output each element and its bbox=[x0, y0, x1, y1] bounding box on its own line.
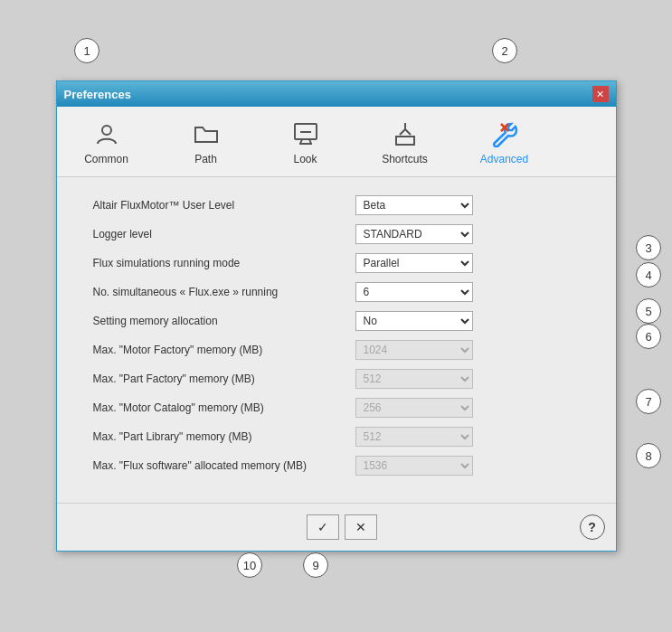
form-select: 512 bbox=[355, 427, 473, 447]
toolbar-label-shortcuts: Shortcuts bbox=[382, 153, 428, 165]
form-label: Setting memory allocation bbox=[93, 315, 355, 327]
form-rows-container: Altair FluxMotor™ User LevelBetaLogger l… bbox=[93, 195, 580, 476]
toolbar-label-look: Look bbox=[293, 153, 317, 165]
folder-icon bbox=[190, 118, 222, 150]
form-row: Max. "Flux software" allocated memory (M… bbox=[93, 456, 580, 476]
titlebar: Preferences ✕ bbox=[57, 81, 616, 107]
form-select[interactable]: Beta bbox=[355, 195, 473, 215]
form-label: Max. "Part Library" memory (MB) bbox=[93, 430, 355, 443]
form-select: 1536 bbox=[355, 456, 473, 476]
form-select[interactable]: Parallel bbox=[355, 253, 473, 273]
callout-5: 5 bbox=[636, 298, 661, 324]
form-select[interactable]: 6 bbox=[355, 282, 473, 302]
ok-button[interactable]: ✓ bbox=[307, 514, 339, 540]
form-label: Max. "Part Factory" memory (MB) bbox=[93, 373, 355, 385]
monitor-icon bbox=[289, 118, 322, 150]
content-area: Altair FluxMotor™ User LevelBetaLogger l… bbox=[57, 177, 616, 503]
help-button[interactable]: ? bbox=[580, 514, 605, 540]
form-label: Flux simulations running mode bbox=[93, 257, 355, 269]
form-label: Max. "Motor Factory" memory (MB) bbox=[93, 344, 355, 356]
callout-7: 7 bbox=[636, 389, 661, 414]
footer: ✓ ✕ ? bbox=[57, 503, 616, 551]
outer-wrapper: 1 2 3 4 5 6 7 8 9 10 Preferences ✕ Commo… bbox=[0, 0, 672, 632]
footer-buttons: ✓ ✕ bbox=[104, 514, 580, 540]
toolbar-item-path[interactable]: Path bbox=[156, 114, 256, 169]
form-label: Max. "Motor Catalog" memory (MB) bbox=[93, 401, 355, 414]
toolbar-item-common[interactable]: Common bbox=[57, 114, 156, 169]
form-row: Logger levelSTANDARD bbox=[93, 224, 580, 244]
toolbar: Common Path bbox=[57, 107, 616, 177]
form-label: Altair FluxMotor™ User Level bbox=[93, 199, 355, 212]
form-label: Max. "Flux software" allocated memory (M… bbox=[93, 459, 355, 472]
toolbar-label-path: Path bbox=[194, 153, 217, 165]
form-row: Max. "Motor Factory" memory (MB)1024 bbox=[93, 340, 580, 360]
form-row: Max. "Motor Catalog" memory (MB)256 bbox=[93, 398, 580, 418]
callout-6: 6 bbox=[636, 324, 661, 349]
form-row: Max. "Part Factory" memory (MB)512 bbox=[93, 369, 580, 389]
form-label: No. simultaneous « Flux.exe » running bbox=[93, 286, 355, 298]
svg-point-0 bbox=[102, 126, 111, 135]
callout-3: 3 bbox=[636, 235, 661, 260]
callout-4: 4 bbox=[636, 262, 661, 288]
toolbar-item-shortcuts[interactable]: Shortcuts bbox=[355, 114, 455, 169]
toolbar-label-common: Common bbox=[84, 153, 128, 165]
form-select[interactable]: No bbox=[355, 311, 473, 331]
form-select: 1024 bbox=[355, 340, 473, 360]
callout-10: 10 bbox=[237, 552, 262, 578]
user-icon bbox=[90, 118, 123, 150]
callout-1: 1 bbox=[74, 38, 99, 63]
callout-2: 2 bbox=[492, 38, 517, 63]
dialog-title: Preferences bbox=[64, 88, 131, 101]
callout-9: 9 bbox=[303, 552, 328, 578]
form-row: Altair FluxMotor™ User LevelBeta bbox=[93, 195, 580, 215]
form-row: No. simultaneous « Flux.exe » running6 bbox=[93, 282, 580, 302]
form-label: Logger level bbox=[93, 228, 355, 241]
form-row: Setting memory allocationNo bbox=[93, 311, 580, 331]
callout-8: 8 bbox=[636, 443, 661, 468]
toolbar-label-advanced: Advanced bbox=[480, 153, 528, 165]
wrench-icon bbox=[488, 118, 521, 150]
form-row: Max. "Part Library" memory (MB)512 bbox=[93, 427, 580, 447]
form-select[interactable]: STANDARD bbox=[355, 224, 473, 244]
close-button[interactable]: ✕ bbox=[592, 86, 609, 102]
form-select: 512 bbox=[355, 369, 473, 389]
cancel-button[interactable]: ✕ bbox=[345, 514, 377, 540]
form-select: 256 bbox=[355, 398, 473, 418]
preferences-dialog: Preferences ✕ Common bbox=[56, 80, 617, 552]
toolbar-item-advanced[interactable]: Advanced bbox=[455, 114, 554, 169]
toolbar-item-look[interactable]: Look bbox=[256, 114, 355, 169]
form-row: Flux simulations running modeParallel bbox=[93, 253, 580, 273]
shortcuts-icon bbox=[389, 118, 421, 150]
